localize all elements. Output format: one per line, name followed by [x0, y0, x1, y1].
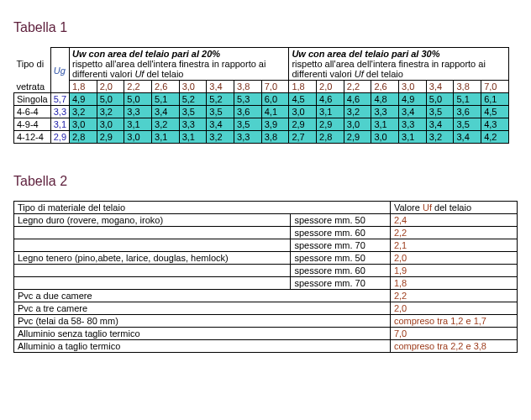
uw-value: 5,0	[97, 93, 124, 106]
uf-value: 2,2	[390, 227, 517, 239]
uf-col: 2,2	[344, 81, 371, 93]
uw-value: 3,5	[454, 118, 481, 131]
thickness-cell: spessore mm. 50	[291, 252, 390, 265]
uw-value: 3,2	[152, 118, 180, 131]
material-cell: Alluminio a taglio termico	[14, 340, 391, 353]
uw-value: 3,2	[97, 106, 124, 118]
uw-value: 5,2	[207, 93, 234, 106]
uf-col: 3,8	[454, 81, 481, 93]
uw-value: 5,0	[124, 93, 152, 106]
thickness-cell: spessore mm. 70	[291, 277, 390, 290]
ug-value: 3,1	[50, 118, 69, 131]
uf-col: 7,0	[481, 81, 509, 93]
uw-value: 3,1	[179, 131, 207, 144]
uw-value: 2,9	[289, 118, 317, 131]
uw-value: 3,3	[371, 106, 399, 118]
uf-col: 3,0	[179, 81, 207, 93]
material-cell	[14, 227, 291, 239]
uf-col: 3,0	[399, 81, 427, 93]
rowheader-tipo: Tipo di	[14, 48, 51, 81]
uw-value: 5,3	[234, 93, 262, 106]
uf-value: 1,9	[390, 265, 517, 277]
uf-value: 2,0	[390, 302, 517, 315]
uw-value: 3,0	[70, 118, 97, 131]
uw-value: 2,8	[317, 131, 344, 144]
t2-header-material: Tipo di materiale del telaio	[14, 202, 391, 214]
ug-value: 5,7	[50, 93, 69, 106]
table-row: spessore mm. 702,1	[14, 239, 518, 252]
uw-value: 2,9	[317, 118, 344, 131]
uf-col: 1,8	[70, 81, 97, 93]
uf-col: 1,8	[289, 81, 317, 93]
uf-value: 2,2	[390, 290, 517, 302]
uw-value: 4,6	[317, 93, 344, 106]
uf-value: compreso tra 2,2 e 3,8	[390, 340, 517, 353]
uw-value: 3,3	[399, 118, 427, 131]
material-cell: Legno tenero (pino,abete, larice, dougla…	[14, 252, 291, 265]
uw-value: 3,5	[234, 118, 262, 131]
uw-value: 4,5	[289, 93, 317, 106]
table-row: spessore mm. 601,9	[14, 265, 518, 277]
uw-value: 3,4	[399, 106, 427, 118]
uf-col: 7,0	[261, 81, 289, 93]
uw-value: 3,2	[344, 106, 371, 118]
glazing-type: 4-12-4	[14, 131, 51, 144]
uw-value: 2,7	[289, 131, 317, 144]
uw-value: 3,0	[97, 118, 124, 131]
uf-value: 7,0	[390, 328, 517, 340]
uf-col: 3,4	[207, 81, 234, 93]
uw-value: 5,0	[426, 93, 454, 106]
table-row: Alluminio a taglio termicocompreso tra 2…	[14, 340, 518, 353]
uf-value: 2,4	[390, 214, 517, 227]
uf-col: 2,6	[371, 81, 399, 93]
uw-value: 3,4	[426, 118, 454, 131]
uw-value: 2,9	[97, 131, 124, 144]
ug-value: 2,9	[50, 131, 69, 144]
uw-value: 4,5	[481, 106, 509, 118]
uw-value: 4,8	[371, 93, 399, 106]
uw-value: 3,5	[207, 106, 234, 118]
uw-value: 3,9	[261, 118, 289, 131]
uw-value: 3,5	[426, 106, 454, 118]
uw-value: 4,6	[344, 93, 371, 106]
glazing-type: Singola	[14, 93, 51, 106]
material-cell: Pvc a tre camere	[14, 302, 391, 315]
uw-value: 6,0	[261, 93, 289, 106]
table-row: spessore mm. 701,8	[14, 277, 518, 290]
table-row: Pvc a tre camere2,0	[14, 302, 518, 315]
uw-value: 3,1	[317, 106, 344, 118]
uw-value: 3,2	[426, 131, 454, 144]
uf-value: 2,0	[390, 252, 517, 265]
table2: Tipo di materiale del telaio Valore Uf d…	[13, 201, 518, 353]
uf-col: 2,0	[97, 81, 124, 93]
thickness-cell: spessore mm. 50	[291, 214, 390, 227]
material-cell: Alluminio senza taglio termico	[14, 328, 391, 340]
uw-value: 5,1	[454, 93, 481, 106]
uw-value: 3,1	[371, 118, 399, 131]
uw-value: 3,2	[70, 106, 97, 118]
thickness-cell: spessore mm. 60	[291, 265, 390, 277]
uw-value: 3,4	[152, 106, 180, 118]
glazing-type: 4-9-4	[14, 118, 51, 131]
uw-value: 4,9	[399, 93, 427, 106]
uw-value: 2,9	[344, 131, 371, 144]
material-cell	[14, 239, 291, 252]
uw-value: 3,5	[179, 106, 207, 118]
table-row: spessore mm. 602,2	[14, 227, 518, 239]
table-row: 4-6-43,33,23,23,33,43,53,53,64,13,03,13,…	[14, 106, 518, 118]
table-row: Singola5,74,95,05,05,15,25,25,36,04,54,6…	[14, 93, 518, 106]
uw-value: 3,0	[289, 106, 317, 118]
material-cell	[14, 277, 291, 290]
table-row: Legno duro (rovere, mogano, iroko)spesso…	[14, 214, 518, 227]
table-row: Alluminio senza taglio termico7,0	[14, 328, 518, 340]
uf-value: compreso tra 1,2 e 1,7	[390, 315, 517, 328]
header-20pct: Uw con area del telaio pari al 20%rispet…	[70, 48, 289, 81]
uw-value: 4,9	[70, 93, 97, 106]
ug-value: 3,3	[50, 106, 69, 118]
uw-value: 4,1	[261, 106, 289, 118]
t2-header-uf: Valore Uf del telaio	[390, 202, 517, 214]
table-row: 4-9-43,13,03,03,13,23,33,43,53,92,92,93,…	[14, 118, 518, 131]
uf-value: 1,8	[390, 277, 517, 290]
header-30pct: Uw con area del telaio pari al 30%rispet…	[289, 48, 508, 81]
material-cell: Pvc (telai da 58- 80 mm)	[14, 315, 391, 328]
